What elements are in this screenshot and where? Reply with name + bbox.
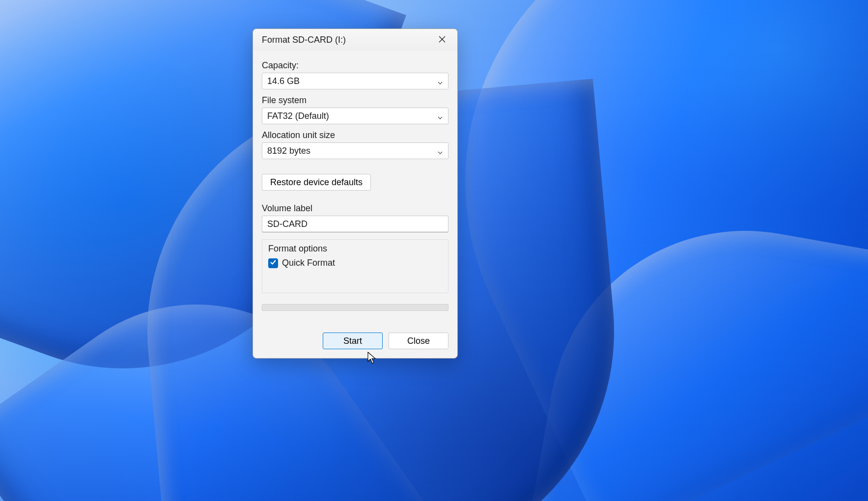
filesystem-label: File system [262,95,448,106]
allocation-label: Allocation unit size [262,130,448,140]
restore-defaults-label: Restore device defaults [270,177,363,188]
volume-label-caption: Volume label [262,203,448,214]
volume-label-input[interactable]: SD-CARD [262,216,448,232]
quick-format-label: Quick Format [282,258,335,268]
format-dialog: Format SD-CARD (I:) Capacity: 14.6 GB Fi… [252,28,458,359]
allocation-select[interactable]: 8192 bytes [262,142,448,159]
titlebar[interactable]: Format SD-CARD (I:) [253,29,457,51]
volume-label-value: SD-CARD [267,219,308,229]
start-button[interactable]: Start [323,333,383,349]
filesystem-value: FAT32 (Default) [267,111,329,121]
dialog-title: Format SD-CARD (I:) [262,35,346,45]
quick-format-checkbox[interactable] [268,258,278,268]
dialog-footer: Start Close [262,333,448,349]
capacity-label: Capacity: [262,60,448,71]
capacity-select[interactable]: 14.6 GB [262,73,448,89]
quick-format-row[interactable]: Quick Format [268,258,442,268]
chevron-down-icon [437,113,443,119]
format-options-caption: Format options [268,244,442,254]
dialog-body: Capacity: 14.6 GB File system FAT32 (Def… [253,51,457,358]
capacity-value: 14.6 GB [267,76,300,86]
restore-defaults-button[interactable]: Restore device defaults [262,174,371,191]
chevron-down-icon [437,78,443,84]
check-icon [270,258,277,268]
progress-bar [262,304,448,311]
close-action-button[interactable]: Close [389,333,448,349]
allocation-value: 8192 bytes [267,146,310,156]
chevron-down-icon [437,148,443,154]
close-icon [439,35,446,45]
filesystem-select[interactable]: FAT32 (Default) [262,108,448,124]
close-button[interactable] [431,31,453,49]
close-button-label: Close [407,336,430,346]
format-options-group: Format options Quick Format [262,239,448,293]
start-button-label: Start [343,336,362,346]
